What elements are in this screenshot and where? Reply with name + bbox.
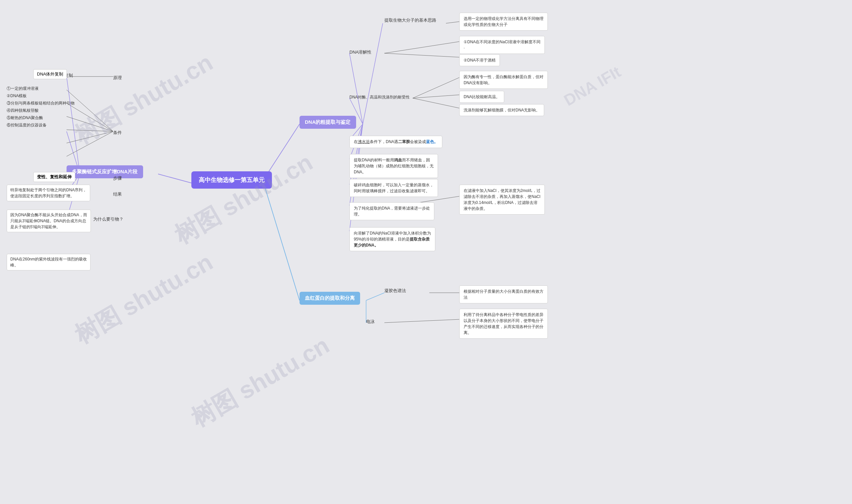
svg-line-34 — [385, 319, 459, 323]
connector-lines — [0, 0, 852, 504]
dna-rough-branch: DNA的粗提取与鉴定 — [300, 116, 356, 129]
dna-resist-3: 洗涤剂能够瓦解细胞膜，但对DNA无影响。 — [459, 104, 544, 116]
watermark-3: 树图 shutu.cn — [69, 246, 219, 351]
svg-line-29 — [413, 98, 459, 108]
buzhou-label: 步骤 — [113, 175, 122, 181]
chicken-blood-note: 提取DNA的材料一般用鸡血而不用猪血，因为哺乳动物（猪）成熟的红细胞无细胞核，无… — [350, 154, 438, 178]
central-node: 高中生物选修一第五单元 — [191, 171, 272, 188]
basic-idea-node: 提取生物大分子的基本思路 — [385, 17, 436, 23]
alcohol-extract-note: 向溶解了DNA的NaCl溶液中加入体积分数为95%的冷却的酒精溶液，目的是提取含… — [350, 227, 435, 251]
tiaojian-label: 条件 — [113, 130, 122, 136]
yuanli-label: 原理 — [113, 75, 122, 81]
svg-line-17 — [350, 53, 363, 124]
diphenylamine-note: 在沸水浴条件下，DNA遇二苯胺会被染成蓝色。 — [350, 136, 442, 148]
svg-line-2 — [265, 186, 300, 301]
svg-line-0 — [158, 174, 191, 183]
gel-detail: 根据相对分子质量的大小分离蛋白质的有效方法 — [459, 285, 548, 303]
why-primer-content: 因为DNA聚合酶不能从头开始合成DNA，而只能从3'端延伸DNA链。DNA的合成… — [7, 210, 91, 232]
jieguo-content: 特异地复制处于两个引物之间的DNA序列，使这段固定长度的序列呈指数扩增。 — [7, 185, 90, 201]
dna-sol-2: ②DNA不溶于酒精 — [459, 54, 500, 66]
dna-sol-1: ①DNA在不同浓度的NaCl溶液中溶解度不同· — [459, 36, 545, 54]
svg-line-28 — [413, 95, 459, 98]
cell-break-note: 破碎鸡血细胞时，可以加入一定量的蒸馏水，同时用玻璃棒搅拌，过滤后收集滤液即可。 — [350, 179, 438, 197]
svg-line-27 — [413, 77, 459, 98]
svg-line-13 — [67, 130, 113, 131]
svg-line-24 — [446, 22, 459, 23]
svg-line-14 — [67, 131, 113, 143]
dna-sol-node: DNA溶解性 — [350, 49, 371, 55]
svg-line-26 — [385, 53, 459, 57]
watermark-dna-ifit: DNA IFIt — [561, 62, 624, 109]
purify-detail: 在滤液中加入NaCl，使其浓度为2mol/L，过滤除去不溶的杂质，再加入蒸馏水，… — [459, 185, 545, 215]
dna-resist-2: DNA比较能耐高温。 — [459, 91, 504, 103]
mindmap-container: 树图 shutu.cn 树图 shutu.cn 树图 shutu.cn 树图 s… — [0, 0, 852, 504]
electro-node: 电泳 — [366, 319, 375, 325]
electro-detail: 利用了待分离样品中各种分子带电性质的差异以及分子本身的大小形状的不同，使带电分子… — [459, 309, 548, 339]
svg-line-25 — [385, 41, 459, 53]
svg-line-16 — [363, 23, 383, 124]
pcr-branch-node: 多聚酶链式反应扩增DNA片段 — [67, 165, 143, 178]
svg-line-1 — [265, 124, 300, 178]
watermark-1: 树图 shutu.cn — [69, 47, 219, 151]
watermark-2: 树图 shutu.cn — [169, 146, 319, 251]
why-primer-label: 为什么要引物？ — [93, 216, 123, 222]
svg-line-31 — [366, 293, 385, 301]
gel-node: 凝胶色谱法 — [385, 288, 406, 294]
basic-idea-detail: 选用一定的物理或化学方法分离具有不同物理或化学性质的生物大分子 — [459, 13, 548, 31]
jieguo-label: 结果 — [113, 191, 122, 197]
tiaojian-items: ①一定的缓冲溶液 ②DNA模板 ③分别与两条模板链相结合的两种引物 ④四种脱氧核… — [7, 85, 74, 129]
purify-note: 为了纯化提取的DNA，需要将滤液进一步处理。 — [350, 202, 434, 220]
dna-vitro-copy: DNA体外复制 — [33, 69, 67, 79]
uv-note: DNA在260nm的紫外线波段有一强烈的吸收峰。 — [7, 254, 90, 270]
buzhou-content: 变性、复性和延伸 — [33, 172, 75, 182]
dna-resist-1: 因为酶有专一性，蛋白酶能水解蛋白质，但对DNA没有影响。 — [459, 71, 548, 89]
svg-line-15 — [67, 131, 113, 156]
watermark-4: 树图 shutu.cn — [185, 329, 335, 434]
dna-resist-node: DNA对酶、高温和洗涤剂的耐受性 — [350, 94, 410, 100]
hemoglobin-branch: 血红蛋白的提取和分离 — [300, 292, 360, 305]
